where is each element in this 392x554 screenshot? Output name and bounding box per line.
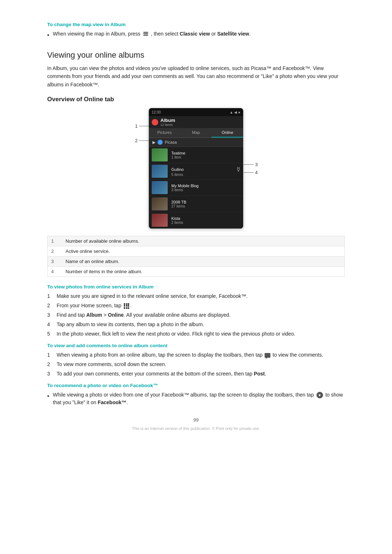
recommend-bullet: • While viewing a photo or video from on… xyxy=(47,391,345,406)
step-4: 4 Tap any album to view its contents, th… xyxy=(47,321,345,328)
album-row-mobileblog[interactable]: My Mobile Blog 3 items xyxy=(149,180,243,196)
view-photos-section: To view photos from online services in A… xyxy=(47,284,345,338)
picasa-icon xyxy=(158,140,163,145)
step-5: 5 In the photo viewer, flick left to vie… xyxy=(47,330,345,338)
callout-desc-2: Active online service. xyxy=(62,246,345,257)
map-view-bullet: • When viewing the map in Album, press ,… xyxy=(47,30,345,40)
map-view-section: To change the map view in Album • When v… xyxy=(47,22,345,40)
album-thumb-kista xyxy=(152,214,168,227)
callout-desc-3: Name of an online album. xyxy=(62,257,345,267)
callout-row-3: 3 Name of an online album. xyxy=(48,257,345,267)
phone-status-bar: 12:00 ▲ ◀ ● xyxy=(149,108,243,116)
album-app-icon xyxy=(152,119,158,126)
viewing-albums-section: Viewing your online albums In Album, you… xyxy=(47,50,345,89)
grid-icon xyxy=(124,303,129,309)
view-photos-steps: 1 Make sure you are signed in to the rel… xyxy=(47,292,345,338)
view-comments-steps: 1 When viewing a photo from an online al… xyxy=(47,351,345,378)
callout-num-4: 4 xyxy=(48,267,62,277)
album-thumb-2008tb xyxy=(152,197,168,210)
map-view-heading: To change the map view in Album xyxy=(47,22,345,27)
app-name: Album xyxy=(160,118,175,123)
viewing-albums-title: Viewing your online albums xyxy=(47,50,345,60)
tab-map[interactable]: Map xyxy=(180,128,212,138)
callout-num-1: 1 xyxy=(48,236,62,246)
callout-num-3: 3 xyxy=(48,257,62,267)
menu-icon xyxy=(143,32,148,36)
heart-icon: ♥ xyxy=(317,392,323,398)
callout-table: 1 Number of available online albums. 2 A… xyxy=(47,236,345,277)
album-thumb-mobileblog xyxy=(152,181,168,194)
callout-num-2: 2 xyxy=(48,246,62,257)
app-subtitle: 12 items xyxy=(160,123,175,127)
album-row-guilino[interactable]: Guilino ☿ 5 items xyxy=(149,163,243,180)
step-1: 1 Make sure you are signed in to the rel… xyxy=(47,292,345,300)
step-2: 2 From your Home screen, tap . xyxy=(47,302,345,309)
album-thumb-guilino xyxy=(152,165,168,178)
phone-diagram-inner: 1 2 3 4 12:00 ▲ ◀ ● xyxy=(149,108,243,229)
annot-line-1 xyxy=(139,126,149,126)
comment-step-1: 1 When viewing a photo from an online al… xyxy=(47,351,345,359)
footer-text: This is an Internet version of this publ… xyxy=(47,426,345,431)
phone-tabs[interactable]: Pictures Map Online xyxy=(149,128,243,138)
annot-line-3 xyxy=(244,164,254,165)
step-3: 3 Find and tap Album > Online. All your … xyxy=(47,311,345,319)
recommend-heading: To recommend a photo or video on Faceboo… xyxy=(47,383,345,388)
callout-row-2: 2 Active online service. xyxy=(48,246,345,257)
phone-diagram: 1 2 3 4 12:00 ▲ ◀ ● xyxy=(47,108,345,229)
phone-screen: 12:00 ▲ ◀ ● Album 12 items Pictures Map … xyxy=(149,108,243,229)
map-view-text: When viewing the map in Album, press , t… xyxy=(53,30,251,38)
callout-desc-1: Number of available online albums. xyxy=(62,236,345,246)
album-row-2008tb[interactable]: 2008 TB 27 items xyxy=(149,196,243,212)
view-photos-heading: To view photos from online services in A… xyxy=(47,284,345,290)
callout-desc-4: Number of items in the online album. xyxy=(62,267,345,277)
view-comments-section: To view and add comments to online album… xyxy=(47,343,345,378)
bullet-dot: • xyxy=(47,31,49,40)
annotation-4: 4 xyxy=(244,170,258,175)
callout-row-1: 1 Number of available online albums. xyxy=(48,236,345,246)
comment-step-2: 2 To view more comments, scroll down the… xyxy=(47,361,345,368)
annotation-3: 3 xyxy=(244,162,258,167)
annotation-1: 1 xyxy=(135,123,149,129)
comment-step-3: 3 To add your own comments, enter your c… xyxy=(47,370,345,378)
album-thumb-teatime xyxy=(152,148,168,161)
recommend-bullet-dot: • xyxy=(47,392,49,401)
phone-service-row: ▶ Picasa xyxy=(149,138,243,147)
annot-line-2 xyxy=(139,140,149,141)
page-number: 99 xyxy=(47,417,345,423)
overview-title: Overview of Online tab xyxy=(47,96,345,103)
phone-app-title: Album 12 items xyxy=(149,116,243,128)
album-row-teatime[interactable]: Teatime 1 item xyxy=(149,147,243,163)
tab-pictures[interactable]: Pictures xyxy=(149,128,180,138)
view-comments-heading: To view and add comments to online album… xyxy=(47,343,345,348)
annotation-2: 2 xyxy=(135,138,149,143)
viewing-albums-intro: In Album, you can view the photos and vi… xyxy=(47,64,345,89)
recommend-section: To recommend a photo or video on Faceboo… xyxy=(47,383,345,406)
annot-line-4 xyxy=(244,172,254,173)
chat-icon xyxy=(265,353,270,358)
tab-online[interactable]: Online xyxy=(212,128,243,138)
callout-row-4: 4 Number of items in the online album. xyxy=(48,267,345,277)
album-row-kista[interactable]: Kista 2 items xyxy=(149,212,243,229)
service-name: Picasa xyxy=(165,140,177,144)
